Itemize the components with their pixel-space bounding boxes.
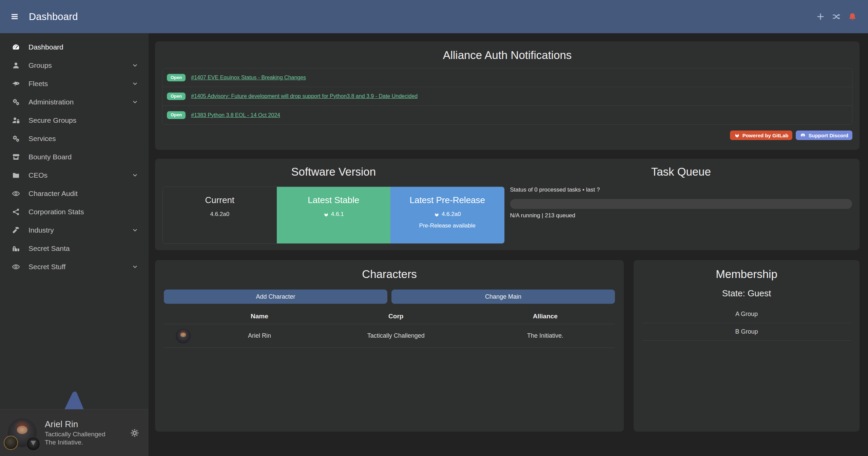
gears-icon (10, 135, 22, 143)
tachometer-icon (10, 43, 22, 51)
navbar-actions (816, 12, 857, 21)
list-item: A Group (642, 305, 851, 323)
character-buttons: Add Character Change Main (164, 290, 615, 304)
eye-icon (10, 190, 22, 198)
status-badge: Open (167, 74, 186, 81)
support-discord-badge[interactable]: Support Discord (796, 131, 852, 140)
chevron-down-icon (132, 172, 138, 179)
page-title: Dashboard (29, 11, 78, 22)
user-icon (10, 61, 22, 70)
list-item: B Group (642, 323, 851, 341)
discord-icon (800, 132, 806, 138)
notification-link[interactable]: #1383 Python 3.8 EOL - 14 Oct 2024 (191, 112, 280, 118)
eye-icon (10, 263, 22, 271)
top-navbar: Dashboard (0, 0, 868, 33)
notifications-list: Open #1407 EVE Equinox Status - Breaking… (162, 68, 852, 125)
membership-state: State: Guest (642, 288, 851, 299)
sidebar-item-industry[interactable]: Industry (0, 221, 149, 239)
notification-row: Open #1383 Python 3.8 EOL - 14 Oct 2024 (162, 106, 852, 124)
chevron-down-icon (132, 263, 138, 270)
sidebar-item-administration[interactable]: Administration (0, 93, 149, 111)
characters-panel: Characters Add Character Change Main Nam… (155, 260, 624, 432)
notification-row: Open #1407 EVE Equinox Status - Breaking… (162, 68, 852, 87)
add-character-icon[interactable] (816, 12, 825, 21)
status-badge: Open (167, 93, 186, 100)
notification-row: Open #1405 Advisory: Future development … (162, 87, 852, 106)
user-avatar-group (8, 418, 37, 447)
user-settings-gear-icon[interactable] (130, 428, 140, 438)
sidebar-item-secure-groups[interactable]: Secure Groups (0, 111, 149, 130)
store-icon (10, 153, 22, 161)
user-name: Ariel Rin (45, 419, 105, 430)
col-name: Name (202, 313, 316, 320)
sidebar-item-fleets[interactable]: Fleets (0, 75, 149, 93)
sidebar-item-ceos[interactable]: CEOs (0, 166, 149, 184)
col-corp: Corp (316, 313, 476, 320)
gitlab-icon (734, 132, 740, 138)
notification-link[interactable]: #1407 EVE Equinox Status - Breaking Chan… (191, 75, 306, 81)
task-progress-bar (510, 199, 852, 209)
notification-link[interactable]: #1405 Advisory: Future development will … (191, 93, 418, 99)
sidebar-item-dashboard[interactable]: Dashboard (0, 38, 149, 56)
characters-table: Name Corp Alliance Ariel Rin Tactically … (164, 309, 615, 348)
version-current-cell: Current 4.6.2a0 (163, 187, 277, 243)
user-info: Ariel Rin Tactically Challenged The Init… (45, 419, 105, 447)
sidebar-item-groups[interactable]: Groups (0, 56, 149, 75)
task-queue-status: Status of 0 processed tasks • last ? (510, 186, 852, 193)
sidebar-user-panel: Ariel Rin Tactically Challenged The Init… (0, 409, 149, 456)
software-taskqueue-panel: Software Version Current 4.6.2a0 Latest … (155, 159, 860, 250)
sidebar-item-character-audit[interactable]: Character Audit (0, 184, 149, 203)
chevron-down-icon (132, 99, 138, 105)
user-alliance: The Initiative. (45, 438, 105, 447)
table-row: Ariel Rin Tactically Challenged The Init… (164, 324, 615, 348)
change-main-shuffle-icon[interactable] (832, 12, 841, 21)
chevron-down-icon (132, 80, 138, 87)
col-alliance: Alliance (476, 313, 615, 320)
hammer-icon (10, 226, 22, 234)
sidebar: Dashboard Groups Fleets Administration S… (0, 33, 149, 456)
gifts-icon (10, 244, 22, 253)
sidebar-item-corporation-stats[interactable]: Corporation Stats (0, 203, 149, 221)
character-name: Ariel Rin (202, 332, 316, 339)
task-queue-section: Task Queue Status of 0 processed tasks •… (510, 165, 852, 244)
chevron-down-icon (132, 62, 138, 69)
user-lock-icon (10, 116, 22, 124)
chevron-down-icon (132, 227, 138, 234)
character-portrait (176, 329, 191, 343)
folder-icon (10, 171, 22, 179)
character-alliance: The Initiative. (476, 332, 615, 339)
sidebar-menu: Dashboard Groups Fleets Administration S… (0, 33, 149, 276)
membership-title: Membership (642, 268, 851, 281)
bottom-row: Characters Add Character Change Main Nam… (155, 260, 860, 432)
alliance-logo-badge (26, 437, 40, 451)
notifications-bell-icon[interactable] (848, 12, 857, 21)
add-character-button[interactable]: Add Character (164, 290, 387, 304)
main-content: Alliance Auth Notifications Open #1407 E… (149, 33, 868, 456)
characters-title: Characters (164, 268, 615, 281)
powered-by-gitlab-badge[interactable]: Powered by GitLab (730, 131, 793, 140)
membership-groups: A Group B Group (642, 305, 851, 341)
gitlab-icon (434, 212, 440, 217)
notifications-title: Alliance Auth Notifications (162, 49, 852, 62)
gitlab-icon (323, 212, 329, 217)
share-icon (10, 208, 22, 216)
software-version-section: Software Version Current 4.6.2a0 Latest … (162, 165, 505, 244)
gears-icon (10, 98, 22, 106)
status-badge: Open (167, 111, 186, 119)
version-prerelease-cell: Latest Pre-Release 4.6.2a0 Pre-Release a… (390, 187, 504, 243)
sidebar-item-secret-santa[interactable]: Secret Santa (0, 239, 149, 258)
version-table: Current 4.6.2a0 Latest Stable 4.6.1 Late… (162, 186, 505, 244)
task-queue-counts: N/A running | 213 queued (510, 212, 852, 219)
sidebar-item-services[interactable]: Services (0, 130, 149, 148)
spaceship-icon (10, 80, 22, 88)
change-main-button[interactable]: Change Main (391, 290, 615, 304)
sidebar-item-bounty-board[interactable]: Bounty Board (0, 148, 149, 166)
character-corp: Tactically Challenged (316, 332, 476, 339)
software-version-title: Software Version (162, 165, 505, 178)
external-badges: Powered by GitLab Support Discord (162, 131, 852, 140)
sidebar-item-secret-stuff[interactable]: Secret Stuff (0, 258, 149, 276)
version-stable-cell: Latest Stable 4.6.1 (277, 187, 391, 243)
corp-logo-badge (4, 436, 18, 450)
alliance-auth-notifications-panel: Alliance Auth Notifications Open #1407 E… (155, 41, 860, 150)
menu-toggle-icon[interactable] (9, 13, 20, 21)
